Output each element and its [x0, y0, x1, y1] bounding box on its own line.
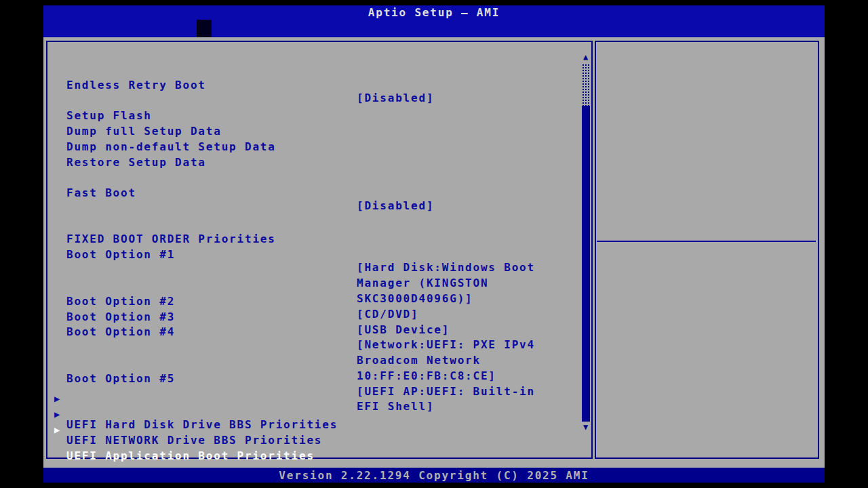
option-row[interactable]: Dump full Setup Data	[47, 99, 576, 113]
option-row: FIXED BOOT ORDER Priorities	[47, 207, 576, 221]
option-row[interactable]: Restore Setup Data	[47, 130, 576, 144]
bios-setup-screen: Aptio Setup – AMI	[43, 5, 825, 483]
option-row[interactable]: Boot Option #1 [Hard Disk:Windows Boot	[47, 222, 576, 237]
option-row: Broadcom Network	[47, 315, 576, 329]
option-row: 10:FF:E0:FB:C8:CE]	[47, 331, 576, 345]
help-panel	[595, 41, 819, 459]
title-bar: Aptio Setup – AMI	[43, 5, 825, 37]
option-row[interactable]: ▶ UEFI Application Boot Priorities	[47, 424, 576, 438]
help-panel-divider	[597, 241, 816, 242]
scroll-up-icon[interactable]: ▲	[580, 52, 591, 64]
scrollbar-thumb[interactable]	[582, 106, 590, 422]
submenu-arrow-icon: ▶	[54, 393, 60, 404]
option-row: SKC3000D4096G)]	[47, 253, 576, 268]
scrollbar[interactable]: ▲ ▼	[580, 52, 591, 434]
scroll-down-icon[interactable]: ▼	[580, 422, 591, 434]
version-text: Version 2.22.1294 Copyright (C) 2025 AMI	[279, 469, 589, 482]
option-row[interactable]: Boot Option #4 [Network:UEFI: PXE IPv4	[47, 300, 576, 314]
option-row[interactable]: ▶ UEFI Hard Disk Drive BBS Priorities	[47, 392, 576, 407]
option-row[interactable]: Fast Boot [Disabled]	[47, 161, 576, 175]
menu-bar	[43, 20, 825, 37]
submenu-arrow-icon: ▶	[54, 409, 60, 420]
option-row[interactable]: Endless Retry Boot [Disabled]	[47, 53, 576, 67]
option-row[interactable]: Boot Option #3 [USB Device]	[47, 285, 576, 299]
option-row[interactable]: Dump non-default Setup Data	[47, 115, 576, 129]
option-label: Fast Boot	[66, 186, 136, 199]
option-row: Manager (KINGSTON	[47, 238, 576, 252]
option-row[interactable]: ▶ UEFI NETWORK Drive BBS Priorities	[47, 408, 576, 422]
option-row[interactable]: Boot Option #2 [CD/DVD]	[47, 269, 576, 283]
options-panel: Endless Retry Boot [Disabled] Setup Flas…	[46, 41, 593, 459]
option-row: EFI Shell]	[47, 361, 576, 375]
page-title: Aptio Setup – AMI	[43, 5, 825, 20]
option-row[interactable]: Setup Flash	[47, 83, 576, 98]
option-label: UEFI Application Boot Priorities	[66, 449, 315, 462]
menu-tab[interactable]	[197, 20, 212, 37]
option-row[interactable]: Boot Option #5 [UEFI AP:UEFI: Built-in	[47, 346, 576, 361]
setup-body: Endless Retry Boot [Disabled] Setup Flas…	[43, 37, 825, 468]
version-bar: Version 2.22.1294 Copyright (C) 2025 AMI	[43, 468, 825, 483]
scrollbar-track	[582, 64, 589, 106]
submenu-arrow-icon: ▶	[54, 424, 60, 435]
